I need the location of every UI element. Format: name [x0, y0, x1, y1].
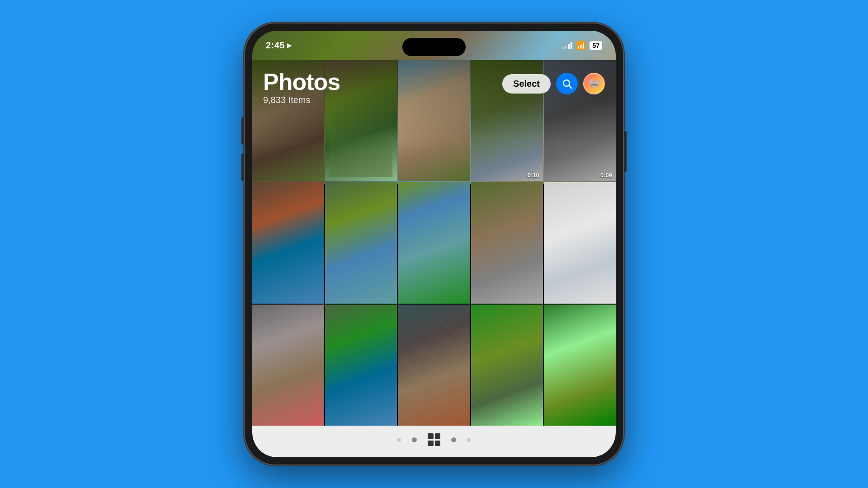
- grid-cell: [428, 441, 434, 446]
- photo-cell[interactable]: [471, 305, 543, 426]
- photos-count: 9,833 Items: [263, 95, 340, 105]
- search-button[interactable]: [556, 73, 578, 94]
- grid-cell: [428, 433, 434, 439]
- signal-icon: [562, 42, 572, 49]
- photo-cell[interactable]: [544, 305, 616, 426]
- battery-indicator: 57: [590, 41, 602, 50]
- photos-header: Photos 9,833 Items Select 🐭: [252, 60, 616, 141]
- tab-dot-4[interactable]: [451, 437, 456, 442]
- photo-cell[interactable]: [544, 182, 616, 303]
- grid-cell: [435, 441, 441, 446]
- photo-cell[interactable]: [398, 305, 470, 426]
- photo-cell[interactable]: [325, 182, 397, 303]
- tab-grid-button[interactable]: [428, 433, 440, 446]
- header-top-row: Photos 9,833 Items Select 🐭: [263, 69, 605, 105]
- search-icon: [561, 78, 572, 89]
- photo-row-3: [252, 305, 616, 426]
- volume-up-button: [241, 117, 244, 145]
- photo-cell[interactable]: [252, 305, 324, 426]
- tab-dot-5[interactable]: [467, 438, 471, 442]
- grid-cell: [435, 433, 441, 439]
- phone-mockup: 2:45 ▶ 📶 57: [244, 23, 624, 465]
- user-avatar[interactable]: 🐭: [583, 73, 605, 94]
- volume-down-button: [241, 154, 244, 181]
- tab-bar: [252, 426, 616, 457]
- video-duration: 0:10: [528, 172, 539, 178]
- photo-cell[interactable]: [471, 182, 543, 303]
- tab-dot-2[interactable]: [412, 437, 417, 442]
- photo-cell[interactable]: [398, 182, 470, 303]
- power-button: [624, 131, 627, 172]
- location-icon: ▶: [287, 42, 292, 49]
- phone-frame: 2:45 ▶ 📶 57: [244, 23, 624, 465]
- photo-cell[interactable]: [325, 305, 397, 426]
- wifi-icon: 📶: [576, 41, 586, 51]
- status-time: 2:45 ▶: [266, 40, 292, 51]
- tab-dot-1[interactable]: [397, 438, 401, 442]
- dynamic-island: [402, 38, 466, 56]
- photo-row-2: [252, 182, 616, 303]
- video-duration: 0:09: [600, 172, 612, 178]
- select-button[interactable]: Select: [502, 74, 551, 94]
- page-title: Photos: [263, 69, 340, 95]
- photo-cell[interactable]: [252, 182, 324, 303]
- phone-screen: 2:45 ▶ 📶 57: [252, 31, 616, 457]
- status-icons: 📶 57: [562, 41, 602, 51]
- header-actions: Select 🐭: [502, 73, 605, 94]
- svg-line-1: [569, 86, 572, 89]
- header-title-block: Photos 9,833 Items: [263, 69, 340, 105]
